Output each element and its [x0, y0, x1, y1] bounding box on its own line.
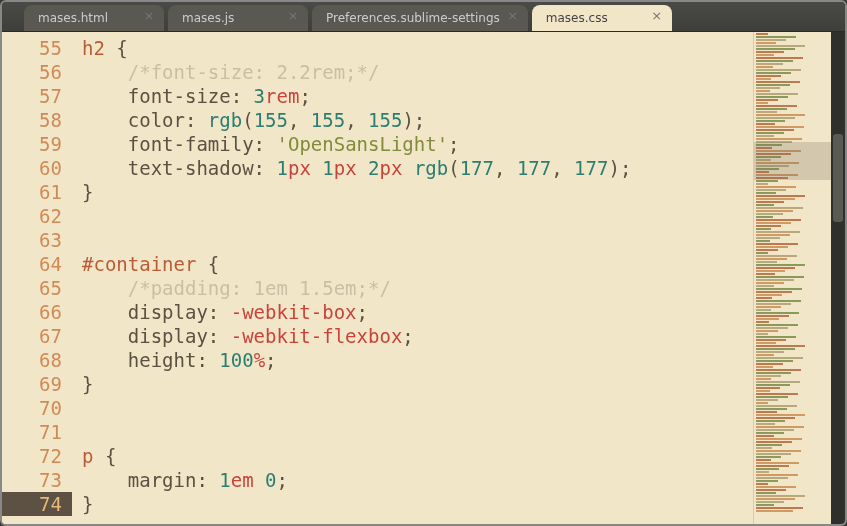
line-number-gutter[interactable]: 5556575859606162636465666768697071727374	[2, 32, 72, 524]
minimap[interactable]	[753, 32, 831, 524]
tab-mases-js[interactable]: mases.js ×	[168, 5, 308, 31]
tab-mases-html[interactable]: mases.html ×	[24, 5, 164, 31]
close-icon[interactable]: ×	[142, 10, 156, 24]
vertical-scrollbar[interactable]	[831, 32, 845, 524]
tab-label: mases.css	[546, 11, 608, 25]
tab-label: Preferences.sublime-settings	[326, 11, 500, 25]
close-icon[interactable]: ×	[286, 10, 300, 24]
tab-label: mases.js	[182, 11, 234, 25]
scrollbar-thumb[interactable]	[833, 134, 843, 222]
tab-mases-css[interactable]: mases.css ×	[532, 5, 672, 31]
close-icon[interactable]: ×	[650, 10, 664, 24]
editor-area: 5556575859606162636465666768697071727374…	[2, 32, 845, 524]
tab-label: mases.html	[38, 11, 108, 25]
tab-preferences[interactable]: Preferences.sublime-settings ×	[312, 5, 528, 31]
minimap-viewport[interactable]	[754, 142, 831, 180]
close-icon[interactable]: ×	[506, 10, 520, 24]
code-editor[interactable]: h2 { /*font-size: 2.2rem;*/ font-size: 3…	[72, 32, 753, 524]
tab-bar: mases.html × mases.js × Preferences.subl…	[2, 2, 845, 32]
